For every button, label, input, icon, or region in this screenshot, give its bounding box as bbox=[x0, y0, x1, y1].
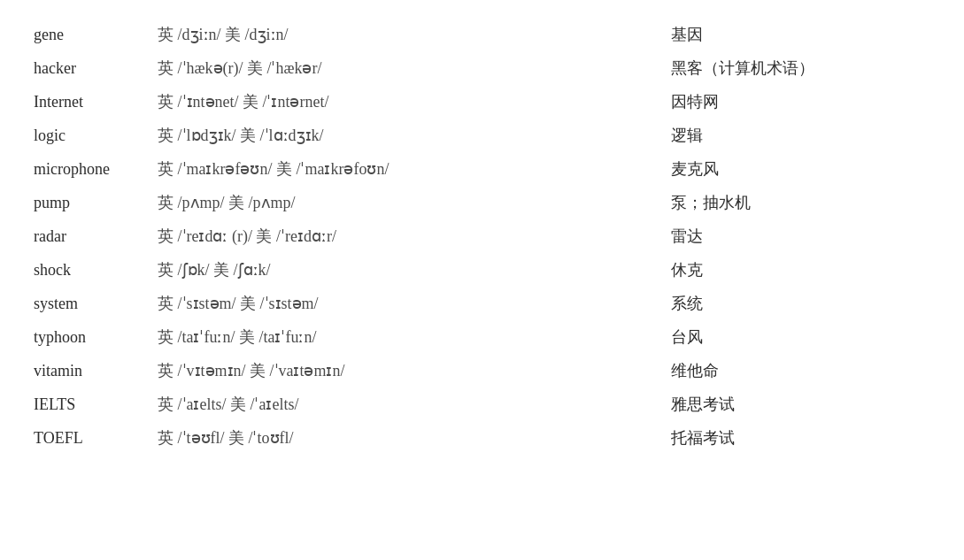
phonetics-cell: 英 /ʃɒk/ 美 /ʃɑːk/ bbox=[150, 253, 664, 287]
word-cell: typhoon bbox=[27, 320, 150, 354]
table-row: IELTS英 /ˈaɪelts/ 美 /ˈaɪelts/雅思考试 bbox=[27, 387, 937, 421]
phonetics-cell: 英 /ˈhækə(r)/ 美 /ˈhækər/ bbox=[150, 51, 664, 85]
word-cell: logic bbox=[27, 119, 150, 152]
table-row: system英 /ˈsɪstəm/ 美 /ˈsɪstəm/系统 bbox=[27, 287, 937, 320]
phonetics-cell: 英 /dʒiːn/ 美 /dʒiːn/ bbox=[150, 18, 664, 51]
table-row: Internet英 /ˈɪntənet/ 美 /ˈɪntərnet/因特网 bbox=[27, 85, 937, 119]
phonetics-cell: 英 /ˈmaɪkrəfəʊn/ 美 /ˈmaɪkrəfoʊn/ bbox=[150, 152, 664, 186]
phonetics-cell: 英 /ˈtəʊfl/ 美 /ˈtoʊfl/ bbox=[150, 421, 664, 455]
vocab-table: gene英 /dʒiːn/ 美 /dʒiːn/基因hacker英 /ˈhækə(… bbox=[27, 18, 937, 455]
table-row: pump英 /pʌmp/ 美 /pʌmp/泵；抽水机 bbox=[27, 186, 937, 219]
meaning-cell: 因特网 bbox=[664, 85, 937, 119]
meaning-cell: 麦克风 bbox=[664, 152, 937, 186]
phonetics-cell: 英 /ˈlɒdʒɪk/ 美 /ˈlɑːdʒɪk/ bbox=[150, 119, 664, 152]
word-cell: gene bbox=[27, 18, 150, 51]
meaning-cell: 雅思考试 bbox=[664, 387, 937, 421]
word-cell: Internet bbox=[27, 85, 150, 119]
meaning-cell: 台风 bbox=[664, 320, 937, 354]
meaning-cell: 逻辑 bbox=[664, 119, 937, 152]
table-row: microphone英 /ˈmaɪkrəfəʊn/ 美 /ˈmaɪkrəfoʊn… bbox=[27, 152, 937, 186]
meaning-cell: 托福考试 bbox=[664, 421, 937, 455]
word-cell: pump bbox=[27, 186, 150, 219]
phonetics-cell: 英 /ˈsɪstəm/ 美 /ˈsɪstəm/ bbox=[150, 287, 664, 320]
phonetics-cell: 英 /ˈaɪelts/ 美 /ˈaɪelts/ bbox=[150, 387, 664, 421]
meaning-cell: 系统 bbox=[664, 287, 937, 320]
table-row: gene英 /dʒiːn/ 美 /dʒiːn/基因 bbox=[27, 18, 937, 51]
table-row: typhoon英 /taɪˈfuːn/ 美 /taɪˈfuːn/台风 bbox=[27, 320, 937, 354]
word-cell: TOEFL bbox=[27, 421, 150, 455]
meaning-cell: 维他命 bbox=[664, 354, 937, 387]
phonetics-cell: 英 /pʌmp/ 美 /pʌmp/ bbox=[150, 186, 664, 219]
phonetics-cell: 英 /ˈreɪdɑː (r)/ 美 /ˈreɪdɑːr/ bbox=[150, 219, 664, 253]
table-row: radar英 /ˈreɪdɑː (r)/ 美 /ˈreɪdɑːr/雷达 bbox=[27, 219, 937, 253]
meaning-cell: 黑客（计算机术语） bbox=[664, 51, 937, 85]
meaning-cell: 泵；抽水机 bbox=[664, 186, 937, 219]
table-row: vitamin英 /ˈvɪtəmɪn/ 美 /ˈvaɪtəmɪn/维他命 bbox=[27, 354, 937, 387]
word-cell: vitamin bbox=[27, 354, 150, 387]
meaning-cell: 基因 bbox=[664, 18, 937, 51]
table-row: shock英 /ʃɒk/ 美 /ʃɑːk/休克 bbox=[27, 253, 937, 287]
word-cell: microphone bbox=[27, 152, 150, 186]
phonetics-cell: 英 /ˈɪntənet/ 美 /ˈɪntərnet/ bbox=[150, 85, 664, 119]
table-row: logic英 /ˈlɒdʒɪk/ 美 /ˈlɑːdʒɪk/逻辑 bbox=[27, 119, 937, 152]
meaning-cell: 休克 bbox=[664, 253, 937, 287]
word-cell: shock bbox=[27, 253, 150, 287]
word-cell: radar bbox=[27, 219, 150, 253]
phonetics-cell: 英 /ˈvɪtəmɪn/ 美 /ˈvaɪtəmɪn/ bbox=[150, 354, 664, 387]
table-row: hacker英 /ˈhækə(r)/ 美 /ˈhækər/黑客（计算机术语） bbox=[27, 51, 937, 85]
meaning-cell: 雷达 bbox=[664, 219, 937, 253]
table-row: TOEFL英 /ˈtəʊfl/ 美 /ˈtoʊfl/托福考试 bbox=[27, 421, 937, 455]
word-cell: hacker bbox=[27, 51, 150, 85]
word-cell: IELTS bbox=[27, 387, 150, 421]
phonetics-cell: 英 /taɪˈfuːn/ 美 /taɪˈfuːn/ bbox=[150, 320, 664, 354]
word-cell: system bbox=[27, 287, 150, 320]
